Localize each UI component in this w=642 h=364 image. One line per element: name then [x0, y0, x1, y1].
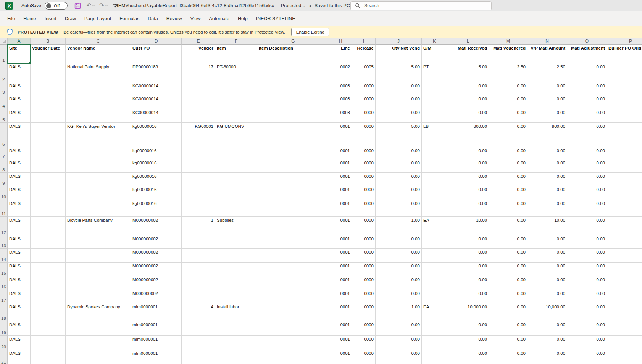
cell-E8[interactable]	[182, 159, 215, 173]
cell-H15[interactable]: 0001	[329, 263, 352, 276]
cell-I4[interactable]: 0000	[352, 95, 376, 109]
cell-I10[interactable]: 0000	[352, 186, 376, 200]
cell-G8[interactable]	[257, 159, 329, 173]
column-header-A[interactable]: A	[8, 38, 31, 45]
cell-G6[interactable]	[257, 123, 329, 147]
cell-H13[interactable]: 0001	[329, 235, 352, 249]
cell-I14[interactable]: 0000	[352, 249, 376, 263]
cell-K14[interactable]	[422, 249, 447, 263]
cell-F8[interactable]	[215, 159, 257, 173]
cell-N9[interactable]: 0.00	[527, 173, 567, 186]
cell-I18[interactable]: 0000	[352, 303, 376, 321]
cell-O11[interactable]: 0.00	[567, 200, 607, 217]
cell-B16[interactable]	[31, 276, 66, 290]
column-header-D[interactable]: D	[131, 38, 182, 45]
cell-A7[interactable]: DALS	[8, 147, 31, 159]
cell-A19[interactable]: DALS	[8, 321, 31, 336]
column-header-H[interactable]: H	[329, 38, 352, 45]
cell-E11[interactable]	[182, 200, 215, 217]
cell-F12[interactable]: Supplies	[215, 217, 257, 235]
cell-G16[interactable]	[257, 276, 329, 290]
cell-A17[interactable]: DALS	[8, 290, 31, 303]
cell-H5[interactable]: 0003	[329, 109, 352, 123]
enable-editing-button[interactable]: Enable Editing	[291, 28, 329, 36]
cell-D8[interactable]: kg00000016	[131, 159, 182, 173]
cell-D20[interactable]: mlm0000001	[131, 336, 182, 350]
cell-A12[interactable]: DALS	[8, 217, 31, 235]
menu-tab-data[interactable]: Data	[144, 11, 162, 26]
cell-B10[interactable]	[31, 186, 66, 200]
cell-I8[interactable]: 0000	[352, 159, 376, 173]
cell-C9[interactable]	[66, 173, 131, 186]
cell-J9[interactable]: 0.00	[376, 173, 422, 186]
cell-L7[interactable]: 0.00	[447, 147, 489, 159]
cell-I7[interactable]: 0000	[352, 147, 376, 159]
cell-K21[interactable]	[422, 350, 447, 364]
row-header-5[interactable]: 5	[0, 109, 8, 123]
search-input[interactable]: Search	[350, 1, 492, 10]
cell-B11[interactable]	[31, 200, 66, 217]
cell-L6[interactable]: 800.00	[447, 123, 489, 147]
cell-L4[interactable]: 0.00	[447, 95, 489, 109]
cell-I21[interactable]: 0000	[352, 350, 376, 364]
cell-N18[interactable]: 10,000.00	[527, 303, 567, 321]
cell-C1[interactable]: Vendor Name	[66, 45, 131, 63]
cell-A20[interactable]: DALS	[8, 336, 31, 350]
cell-G2[interactable]	[257, 63, 329, 82]
cell-O14[interactable]: 0.00	[567, 249, 607, 263]
cell-P13[interactable]	[607, 235, 642, 249]
cell-F10[interactable]	[215, 186, 257, 200]
cell-P15[interactable]	[607, 263, 642, 276]
cell-C17[interactable]	[66, 290, 131, 303]
menu-tab-file[interactable]: File	[3, 11, 19, 26]
cell-H16[interactable]: 0001	[329, 276, 352, 290]
cell-K4[interactable]	[422, 95, 447, 109]
cell-F18[interactable]: Install labor	[215, 303, 257, 321]
cell-J4[interactable]: 0.00	[376, 95, 422, 109]
cell-F15[interactable]	[215, 263, 257, 276]
cell-G7[interactable]	[257, 147, 329, 159]
cell-H20[interactable]: 0001	[329, 336, 352, 350]
cell-C8[interactable]	[66, 159, 131, 173]
cell-C20[interactable]	[66, 336, 131, 350]
cell-P6[interactable]	[607, 123, 642, 147]
row-header-13[interactable]: 13	[0, 235, 8, 249]
cell-O18[interactable]: 0.00	[567, 303, 607, 321]
cell-A9[interactable]: DALS	[8, 173, 31, 186]
cell-F2[interactable]: PT-30000	[215, 63, 257, 82]
cell-I13[interactable]: 0000	[352, 235, 376, 249]
cell-D10[interactable]: kg00000016	[131, 186, 182, 200]
cell-H9[interactable]: 0001	[329, 173, 352, 186]
menu-tab-automate[interactable]: Automate	[205, 11, 234, 26]
cell-B12[interactable]	[31, 217, 66, 235]
cell-J17[interactable]: 0.00	[376, 290, 422, 303]
cell-I16[interactable]: 0000	[352, 276, 376, 290]
cell-L14[interactable]: 0.00	[447, 249, 489, 263]
cell-A2[interactable]: DALS	[8, 63, 31, 82]
cell-M3[interactable]: 0.00	[489, 82, 527, 95]
cell-K3[interactable]	[422, 82, 447, 95]
menu-tab-insert[interactable]: Insert	[40, 11, 61, 26]
cell-E15[interactable]	[182, 263, 215, 276]
cell-N12[interactable]: 10.00	[527, 217, 567, 235]
cell-D12[interactable]: M000000002	[131, 217, 182, 235]
menu-tab-home[interactable]: Home	[19, 11, 40, 26]
row-header-14[interactable]: 14	[0, 249, 8, 263]
cell-M12[interactable]: 0.00	[489, 217, 527, 235]
cell-N16[interactable]: 0.00	[527, 276, 567, 290]
cell-P1[interactable]: Builder PO Orig S	[607, 45, 642, 63]
cell-I5[interactable]: 0000	[352, 109, 376, 123]
cell-E2[interactable]: 17	[182, 63, 215, 82]
menu-tab-draw[interactable]: Draw	[61, 11, 80, 26]
cell-E6[interactable]: KG00001	[182, 123, 215, 147]
cell-K5[interactable]	[422, 109, 447, 123]
cell-E3[interactable]	[182, 82, 215, 95]
cell-J14[interactable]: 0.00	[376, 249, 422, 263]
cell-E5[interactable]	[182, 109, 215, 123]
cell-M16[interactable]: 0.00	[489, 276, 527, 290]
cell-L3[interactable]: 0.00	[447, 82, 489, 95]
cell-P2[interactable]	[607, 63, 642, 82]
cell-L8[interactable]: 0.00	[447, 159, 489, 173]
cell-N6[interactable]: 800.00	[527, 123, 567, 147]
cell-M5[interactable]: 0.00	[489, 109, 527, 123]
